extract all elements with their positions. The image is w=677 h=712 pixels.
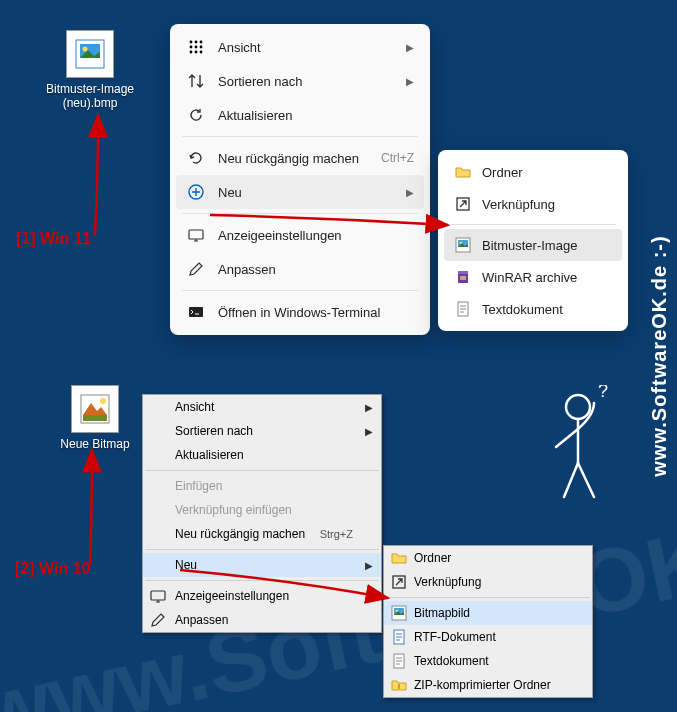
menu-item-label: Ansicht [175,400,353,414]
text-icon [454,300,472,318]
chevron-right-icon: ▶ [365,560,373,571]
svg-rect-20 [458,271,468,274]
submenu-item-verkn-pfung[interactable]: Verknüpfung [384,570,592,594]
submenu-item-textdokument[interactable]: Textdokument [384,649,592,673]
submenu-item-ordner[interactable]: Ordner [384,546,592,570]
svg-point-5 [200,41,203,44]
menu-item-ansicht[interactable]: Ansicht▶ [143,395,381,419]
sort-icon [186,71,206,91]
winrar-icon [454,268,472,286]
menu-item-ansicht[interactable]: Ansicht▶ [176,30,424,64]
menu-item-anzeigeeinstellungen[interactable]: Anzeigeeinstellungen [176,218,424,252]
menu-separator [386,597,590,598]
menu-item-anpassen[interactable]: Anpassen [176,252,424,286]
menu-shortcut: Strg+Z [320,528,353,540]
menu-separator [182,290,418,291]
shortcut-icon [390,573,408,591]
menu-item-aktualisieren[interactable]: Aktualisieren [176,98,424,132]
menu-separator [182,213,418,214]
submenu-item-bitmapbild[interactable]: Bitmapbild [384,601,592,625]
context-menu-win11: Ansicht▶Sortieren nach▶AktualisierenNeu … [170,24,430,335]
menu-item-label: Anzeigeeinstellungen [218,228,414,243]
bitmap-icon [390,604,408,622]
menu-item-label: Ansicht [218,40,398,55]
menu-item-label: Neu rückgängig machen [175,527,320,541]
submenu-item-label: Textdokument [414,654,489,668]
undo-icon [186,148,206,168]
menu-separator [145,470,379,471]
desktop-icon-bmp-win11[interactable]: Bitmuster-Image (neu).bmp [45,30,135,110]
desktop-icon-bmp-win10[interactable]: Neue Bitmap [50,385,140,451]
menu-item-label: Aktualisieren [175,448,353,462]
svg-rect-26 [151,591,165,600]
chevron-right-icon: ▶ [365,426,373,437]
personalize-icon [186,259,206,279]
menu-item-label: Öffnen in Windows-Terminal [218,305,414,320]
submenu-item-label: Bitmapbild [414,606,470,620]
folder-icon [454,163,472,181]
submenu-item-label: Textdokument [482,302,563,317]
folder-icon [390,549,408,567]
menu-item-neu[interactable]: Neu▶ [176,175,424,209]
submenu-item-label: Bitmuster-Image [482,238,577,253]
submenu-item-textdokument[interactable]: Textdokument [444,293,622,325]
submenu-item-zip-komprimierter-ordner[interactable]: ZIP-komprimierter Ordner [384,673,592,697]
menu-item-sortieren-nach[interactable]: Sortieren nach▶ [143,419,381,443]
menu-item-label: Anzeigeeinstellungen [175,589,353,603]
menu-item-neu-r-ckg-ngig-machen[interactable]: Neu rückgängig machenCtrl+Z [176,141,424,175]
chevron-right-icon: ▶ [365,402,373,413]
bitmap-file-icon [71,385,119,433]
svg-point-8 [200,46,203,49]
submenu-item-label: WinRAR archive [482,270,577,285]
submenu-item-verkn-pfung[interactable]: Verknüpfung [444,188,622,220]
menu-item-sortieren-nach[interactable]: Sortieren nach▶ [176,64,424,98]
submenu-item-label: RTF-Dokument [414,630,496,644]
display-icon [149,587,167,605]
menu-item-anpassen[interactable]: Anpassen [143,608,381,632]
menu-item-neu-r-ckg-ngig-machen[interactable]: Neu rückgängig machenStrg+Z [143,522,381,546]
menu-item-label: Aktualisieren [218,108,414,123]
svg-text:?: ? [598,385,608,401]
stickman-thinking: ? [540,385,630,515]
menu-item-label: Anpassen [218,262,414,277]
submenu-item-winrar-archive[interactable]: WinRAR archive [444,261,622,293]
zip-icon [390,676,408,694]
submenu-item-rtf-dokument[interactable]: RTF-Dokument [384,625,592,649]
svg-rect-33 [398,684,400,689]
menu-item-aktualisieren[interactable]: Aktualisieren [143,443,381,467]
menu-item-neu[interactable]: Neu▶ [143,553,381,577]
svg-point-4 [195,41,198,44]
menu-item--ffnen-in-windows-terminal[interactable]: Öffnen in Windows-Terminal [176,295,424,329]
desktop-icon-label: Bitmuster-Image (neu).bmp [45,82,135,110]
bitmap-icon [454,236,472,254]
svg-point-25 [100,398,106,404]
svg-point-11 [200,51,203,54]
chevron-right-icon: ▶ [406,187,414,198]
grid-icon [186,37,206,57]
submenu-item-label: Ordner [482,165,522,180]
display-icon [186,225,206,245]
menu-item-label: Anpassen [175,613,353,627]
annotation-win10: [2] Win 10 [15,560,90,578]
bmp-file-icon [66,30,114,78]
menu-item-einf-gen: Einfügen [143,474,381,498]
annotation-win11: [1] Win 11 [16,230,91,248]
menu-item-label: Verknüpfung einfügen [175,503,353,517]
menu-item-label: Neu rückgängig machen [218,151,369,166]
svg-rect-21 [460,276,466,280]
svg-rect-13 [189,230,203,239]
submenu-item-label: Ordner [414,551,451,565]
menu-separator [145,549,379,550]
menu-item-anzeigeeinstellungen[interactable]: Anzeigeeinstellungen [143,584,381,608]
submenu-item-ordner[interactable]: Ordner [444,156,622,188]
svg-point-3 [190,41,193,44]
submenu-item-label: ZIP-komprimierter Ordner [414,678,551,692]
menu-item-label: Einfügen [175,479,353,493]
menu-separator [450,224,616,225]
submenu-item-bitmuster-image[interactable]: Bitmuster-Image [444,229,622,261]
submenu-neu-win11: OrdnerVerknüpfungBitmuster-ImageWinRAR a… [438,150,628,331]
plus-circle-icon [186,182,206,202]
watermark-side: www.SoftwareOK.de :-) [648,235,671,476]
menu-item-label: Neu [175,558,353,572]
submenu-item-label: Verknüpfung [482,197,555,212]
